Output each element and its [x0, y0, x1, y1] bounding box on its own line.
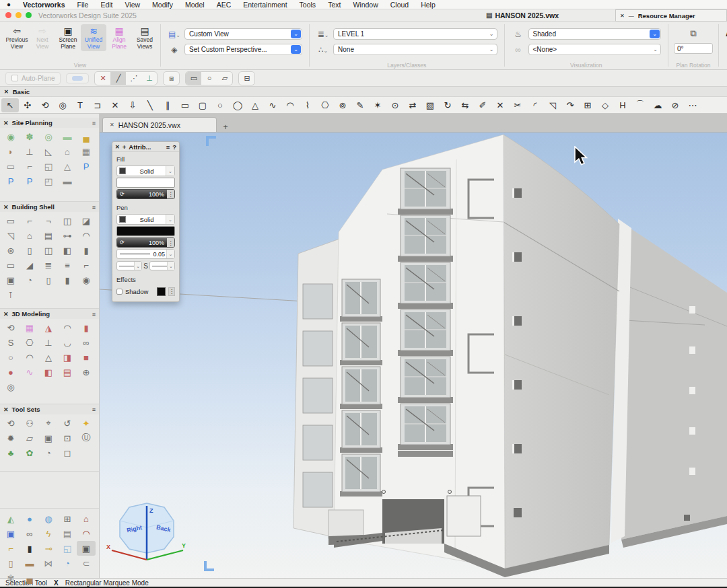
menu-item[interactable]: Modify: [152, 1, 173, 9]
previous-view-button[interactable]: ⇦ Previous View: [4, 24, 30, 51]
double-door-icon[interactable]: ◫: [39, 243, 58, 258]
screen-plane-mode-icon[interactable]: ✕: [95, 72, 110, 85]
automatic-plane-mode-icon[interactable]: ⊥: [141, 72, 157, 85]
water-drop-icon[interactable]: ●: [20, 511, 39, 526]
auto-plane-checkbox[interactable]: [11, 75, 18, 81]
spotlight-tool-icon[interactable]: ◔: [39, 445, 58, 460]
terrain-green-icon[interactable]: ◭: [1, 511, 20, 526]
fill-style-select[interactable]: Solid ⌄: [116, 166, 175, 176]
plan-rotation-icon[interactable]: ⧉: [687, 28, 700, 39]
sweep-icon[interactable]: ◠: [58, 320, 77, 335]
fill-opacity-slider[interactable]: ⟳ 100% ⋮: [116, 189, 175, 199]
bench-icon[interactable]: ▄: [77, 129, 96, 144]
hardscape-icon[interactable]: ▭: [1, 159, 20, 174]
pen-opacity-slider[interactable]: ⟳ 100% ⋮: [116, 237, 175, 248]
pan-tool[interactable]: ✣: [19, 98, 36, 112]
perspective-icon[interactable]: ◈: [168, 45, 181, 54]
door-icon[interactable]: ◧: [58, 243, 77, 258]
line-end-marker-select[interactable]: ⌄: [149, 261, 175, 270]
connector-icon[interactable]: ⊸: [39, 541, 58, 556]
menu-item[interactable]: Entertainment: [243, 1, 287, 9]
solid-section-icon[interactable]: ◧: [39, 365, 58, 379]
roadway-icon[interactable]: ▬: [58, 174, 77, 188]
pen-color-bar[interactable]: [116, 226, 175, 236]
auto-plane-toggle[interactable]: Auto-Plane: [5, 72, 61, 85]
close-icon[interactable]: ✕: [3, 311, 9, 318]
selection-tool[interactable]: ↖: [1, 98, 19, 112]
background-render-icon[interactable]: ∞: [512, 45, 525, 54]
polygon-tool[interactable]: ⎔: [316, 98, 334, 112]
plus-icon[interactable]: +: [123, 143, 127, 151]
plant-icon[interactable]: ✽: [20, 129, 39, 144]
zoom-3d-icon[interactable]: ◎: [1, 379, 20, 394]
menu-item[interactable]: Help: [421, 1, 436, 9]
wall-icon[interactable]: ▭: [1, 213, 20, 228]
hamburger-icon[interactable]: ≡: [166, 143, 170, 151]
parking-along-path-icon[interactable]: P: [1, 174, 20, 188]
hemisphere-icon[interactable]: ◠: [20, 350, 39, 365]
working-plane-icon[interactable]: ▦: [20, 320, 39, 335]
survey-icon[interactable]: ◺: [39, 144, 58, 159]
minimize-window-button[interactable]: [15, 12, 22, 18]
close-icon[interactable]: ✕: [3, 204, 9, 211]
camera-match-icon[interactable]: ▣: [77, 541, 96, 556]
flashlight-icon[interactable]: ⊂: [77, 556, 96, 571]
hamburger-icon[interactable]: ≡: [92, 406, 96, 413]
perspective-select[interactable]: Set Custom Perspective... ⌄: [184, 44, 302, 55]
working-plane-mode-icon[interactable]: ╱: [110, 72, 126, 85]
render-mode-select[interactable]: Shaded ⌄: [528, 28, 662, 40]
menu-item[interactable]: File: [77, 1, 89, 9]
pump-icon[interactable]: ◔: [58, 556, 77, 571]
arc-tool[interactable]: ◠: [281, 98, 299, 112]
site-model-icon[interactable]: ◉: [1, 129, 20, 144]
snap-loupe-icon[interactable]: ⧈: [163, 71, 180, 85]
connect-tool[interactable]: ⌒: [631, 98, 649, 112]
cone-icon[interactable]: △: [39, 350, 58, 365]
floor-icon[interactable]: ▭: [1, 258, 20, 272]
shell-solid-icon[interactable]: ◡: [58, 335, 77, 350]
delete-tool[interactable]: ✕: [491, 98, 509, 112]
crop-viewport-icon[interactable]: ▱: [20, 431, 39, 445]
rounded-rectangle-tool[interactable]: ▢: [194, 98, 211, 112]
help-icon[interactable]: ?: [172, 143, 176, 151]
extend-tool[interactable]: ↷: [561, 98, 579, 112]
menu-item[interactable]: AEC: [217, 1, 232, 9]
monitor-icon[interactable]: ▣: [1, 526, 20, 541]
render-bitmap-icon[interactable]: ✹: [1, 431, 20, 445]
menu-item[interactable]: View: [125, 1, 141, 9]
eyedropper-tool[interactable]: ✎: [351, 98, 369, 112]
line-tool[interactable]: ╲: [141, 98, 159, 112]
rectangular-marquee-icon[interactable]: ▭: [186, 72, 201, 85]
controller-icon[interactable]: ∞: [20, 526, 39, 541]
wall-end-cap-icon[interactable]: ◫: [58, 213, 77, 228]
offset-tool[interactable]: ⊞: [579, 98, 596, 112]
sphere-icon[interactable]: ○: [1, 350, 20, 365]
spiral-tool[interactable]: ⊚: [334, 98, 351, 112]
text-tool[interactable]: T: [71, 98, 89, 112]
parking-lot-icon[interactable]: P: [20, 174, 39, 188]
pipe-fitting-icon[interactable]: ⌐: [1, 541, 20, 556]
layer-plane-mode-icon[interactable]: ⋰: [126, 72, 141, 85]
zoom-window-button[interactable]: [26, 12, 32, 18]
spiral-stair-icon[interactable]: ◉: [77, 272, 96, 287]
tapered-extrude-icon[interactable]: ◮: [39, 320, 58, 335]
line-weight-select[interactable]: 0.05 ⌄: [116, 249, 175, 259]
oval-tool[interactable]: ◯: [229, 98, 246, 112]
close-icon[interactable]: ✕: [110, 122, 114, 128]
power-plug-icon[interactable]: ϟ: [39, 526, 58, 541]
move-by-points-tool[interactable]: ⇄: [404, 98, 421, 112]
shadow-color-swatch[interactable]: [157, 287, 166, 296]
viewport-icon[interactable]: ⊡: [58, 431, 77, 445]
dots-menu-icon[interactable]: ⋮: [167, 190, 174, 198]
extrude-box-icon[interactable]: ◨: [58, 350, 77, 365]
globe-icon[interactable]: ◍: [39, 511, 58, 526]
locus-tool[interactable]: ✕: [106, 98, 124, 112]
barn-icon[interactable]: ⌂: [77, 511, 96, 526]
paintbrush-tool[interactable]: ✐: [474, 98, 491, 112]
select-similar-tool[interactable]: ⊙: [386, 98, 404, 112]
ramp-icon[interactable]: ◢: [20, 258, 39, 272]
menu-item[interactable]: Model: [185, 1, 205, 9]
extrude-icon[interactable]: ▮: [77, 320, 96, 335]
terrain-mound-icon[interactable]: ◗: [1, 144, 20, 159]
dots-menu-icon[interactable]: ⋮: [168, 287, 175, 296]
